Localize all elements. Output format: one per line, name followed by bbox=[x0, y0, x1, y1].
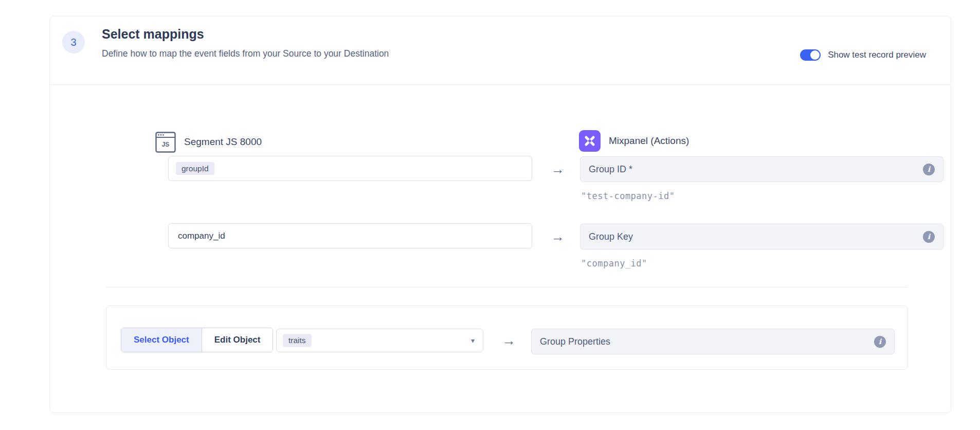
dropdown-selected-token: traits bbox=[283, 334, 312, 347]
arrow-right-icon: → bbox=[550, 229, 566, 245]
source-column-header: JS Segment JS 8000 bbox=[155, 131, 262, 153]
info-icon[interactable]: i bbox=[874, 336, 886, 348]
source-name: Segment JS 8000 bbox=[184, 136, 262, 148]
destination-field-label: Group ID * bbox=[589, 164, 923, 175]
edit-object-button[interactable]: Edit Object bbox=[202, 328, 273, 352]
arrow-right-icon: → bbox=[501, 333, 517, 349]
source-field-token[interactable]: groupId bbox=[176, 162, 214, 175]
destination-field-group-key: Group Key i bbox=[580, 224, 943, 249]
chevron-down-icon: ▾ bbox=[471, 336, 475, 345]
test-record-toggle-group: Show test record preview bbox=[800, 49, 926, 61]
test-record-preview-value: "company_id" bbox=[581, 258, 647, 268]
toggle-knob bbox=[810, 50, 820, 60]
info-icon[interactable]: i bbox=[923, 164, 935, 175]
arrow-right-icon: → bbox=[550, 162, 566, 177]
page: 3 Select mappings Define how to map the … bbox=[0, 0, 980, 430]
svg-text:JS: JS bbox=[162, 141, 170, 148]
source-field-text: company_id bbox=[176, 231, 225, 241]
section-divider bbox=[106, 287, 908, 288]
object-mapping-card: Select Object Edit Object traits ▾ → Gro… bbox=[106, 306, 908, 370]
page-subtitle: Define how to map the event fields from … bbox=[102, 48, 389, 59]
object-source-dropdown[interactable]: traits ▾ bbox=[276, 329, 483, 352]
test-record-preview-value: "test-company-id" bbox=[581, 191, 675, 201]
toggle-label: Show test record preview bbox=[828, 50, 926, 60]
destination-field-group-properties: Group Properties i bbox=[531, 329, 895, 354]
segment-js-source-icon: JS bbox=[155, 131, 176, 153]
destination-field-label: Group Key bbox=[589, 231, 923, 242]
show-test-record-toggle[interactable] bbox=[800, 49, 821, 61]
source-field-input-groupid[interactable]: groupId bbox=[168, 156, 532, 181]
destination-field-group-id: Group ID * i bbox=[580, 156, 943, 182]
step-number-badge: 3 bbox=[62, 31, 85, 53]
select-mappings-card: 3 Select mappings Define how to map the … bbox=[49, 16, 951, 413]
select-object-button[interactable]: Select Object bbox=[121, 328, 202, 352]
object-mode-button-group: Select Object Edit Object bbox=[121, 328, 273, 352]
mixpanel-logo-icon bbox=[579, 130, 601, 152]
destination-column-header: Mixpanel (Actions) bbox=[579, 130, 689, 152]
source-field-input-company-id[interactable]: company_id bbox=[168, 223, 532, 248]
destination-name: Mixpanel (Actions) bbox=[609, 135, 689, 147]
info-icon[interactable]: i bbox=[923, 231, 935, 243]
destination-field-label: Group Properties bbox=[540, 336, 874, 347]
page-title: Select mappings bbox=[102, 27, 204, 42]
card-header: 3 Select mappings Define how to map the … bbox=[50, 16, 951, 85]
